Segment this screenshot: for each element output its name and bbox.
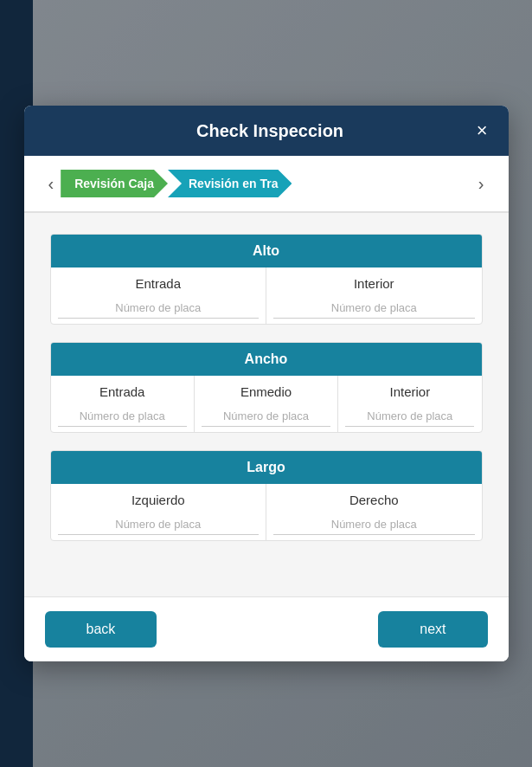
modal-title: Check Inspeccion — [67, 121, 473, 141]
input-ancho-entrada[interactable] — [58, 406, 187, 427]
modal-footer: back next — [24, 596, 509, 661]
section-largo: Largo Izquierdo Derecho — [50, 450, 483, 541]
cell-ancho-enmedio: Enmedio — [195, 376, 338, 432]
cell-alto-interior-label: Interior — [354, 276, 394, 291]
back-button[interactable]: back — [45, 611, 157, 648]
input-ancho-interior[interactable] — [345, 406, 474, 427]
section-largo-rows: Izquierdo Derecho — [51, 484, 482, 540]
input-alto-interior[interactable] — [273, 298, 475, 319]
modal-body: ‹ Revisión Caja Revisión en Tra › Alto — [24, 156, 509, 596]
section-alto-rows: Entrada Interior — [51, 267, 482, 324]
stepper: ‹ Revisión Caja Revisión en Tra › — [24, 156, 509, 213]
input-alto-entrada[interactable] — [58, 298, 260, 319]
section-ancho-header: Ancho — [51, 343, 482, 376]
next-button[interactable]: next — [378, 611, 487, 648]
cell-largo-derecho: Derecho — [266, 484, 482, 540]
close-button[interactable]: × — [473, 119, 491, 142]
cell-ancho-entrada: Entrada — [51, 376, 195, 432]
cell-ancho-interior: Interior — [338, 376, 481, 432]
cell-ancho-entrada-label: Entrada — [99, 384, 145, 399]
content-area: Alto Entrada Interior Ancho — [24, 213, 509, 579]
cell-largo-izquierdo-label: Izquierdo — [131, 493, 185, 507]
input-largo-izquierdo[interactable] — [58, 514, 260, 535]
stepper-items: Revisión Caja Revisión en Tra — [61, 170, 471, 197]
step-revision-tra[interactable]: Revisión en Tra — [168, 170, 292, 197]
section-largo-header: Largo — [51, 451, 482, 484]
cell-alto-entrada-label: Entrada — [135, 276, 181, 291]
input-largo-derecho[interactable] — [273, 514, 475, 535]
cell-largo-izquierdo: Izquierdo — [51, 484, 267, 540]
section-alto-header: Alto — [51, 235, 482, 267]
step-revision-tra-label: Revisión en Tra — [189, 177, 278, 190]
cell-alto-interior: Interior — [266, 267, 482, 324]
modal-header: Check Inspeccion × — [24, 106, 509, 156]
section-ancho-rows: Entrada Enmedio Interior — [51, 376, 482, 432]
cell-ancho-interior-label: Interior — [389, 384, 430, 399]
input-ancho-enmedio[interactable] — [202, 406, 330, 427]
cell-alto-entrada: Entrada — [51, 267, 267, 324]
section-alto: Alto Entrada Interior — [50, 234, 483, 325]
cell-largo-derecho-label: Derecho — [349, 493, 399, 507]
stepper-next-button[interactable]: › — [471, 171, 491, 197]
cell-ancho-enmedio-label: Enmedio — [240, 384, 292, 399]
modal-overlay: Check Inspeccion × ‹ Revisión Caja Revis… — [0, 0, 532, 767]
section-ancho: Ancho Entrada Enmedio Interior — [50, 342, 483, 433]
step-revision-caja[interactable]: Revisión Caja — [61, 170, 168, 197]
step-revision-caja-label: Revisión Caja — [74, 177, 154, 190]
modal: Check Inspeccion × ‹ Revisión Caja Revis… — [24, 106, 509, 661]
stepper-prev-button[interactable]: ‹ — [42, 171, 61, 197]
